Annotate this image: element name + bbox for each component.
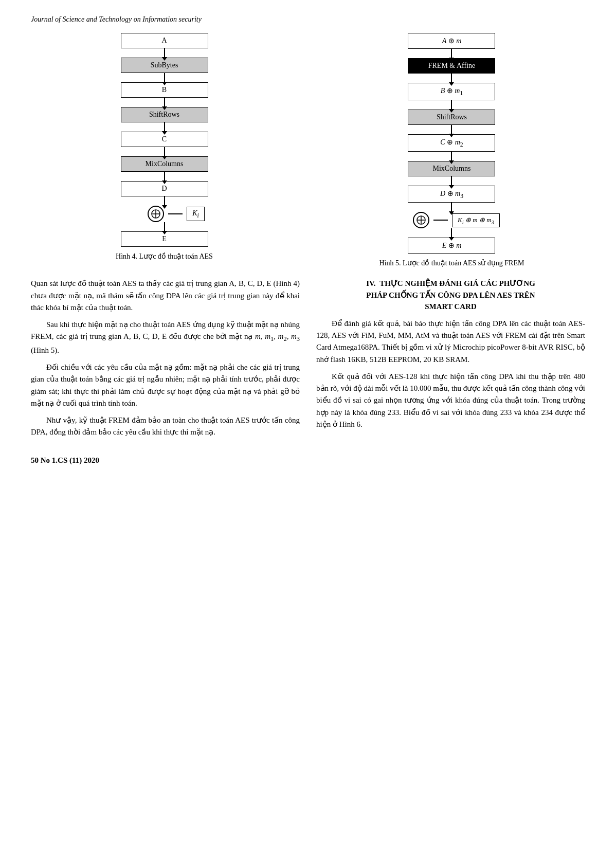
left-para1: Quan sát lược đồ thuật toán AES ta thấy … [31,278,300,314]
fc5-xor-line [433,220,448,221]
fc5-node-Aoplus: A ⊕ m [408,33,495,49]
fc4-arrow1 [164,48,165,58]
fc4-xor-symbol [148,206,164,222]
fc4-arrow5 [164,147,165,156]
fc4-arrow4 [164,122,165,132]
left-para2: Sau khi thực hiện mặt nạ cho thuật toán … [31,319,300,356]
fc4-xor-row: Ki [124,206,205,222]
section-heading: IV. Thực nghiệm đánh giá các phương pháp… [316,278,585,313]
left-para3: Đối chiều với các yêu cầu của mặt nạ gồm… [31,361,300,409]
right-para1: Để đánh giá kết quả, bài báo thực hiện t… [316,318,585,366]
fc5-arrow7 [451,203,452,212]
fc4-arrow3 [164,98,165,107]
fc4-arrow7 [164,196,165,206]
fc4-arrow2 [164,73,165,82]
fc5-arrow4 [451,125,452,134]
journal-title: Journal of Science and Technology on Inf… [31,15,585,24]
fc5-arrow1 [451,49,452,58]
left-column: Quan sát lược đồ thuật toán AES ta thấy … [31,278,300,443]
figure4-block: A SubBytes B ShiftRows C MixColumns D [31,33,298,270]
fc5-xor-symbol [413,212,429,228]
fc5-ki-label: Ki ⊕ m ⊕ m3 [452,213,500,228]
fc4-node-A: A [121,33,208,48]
left-para4: Như vậy, kỹ thuật FREM đảm bảo an toàn c… [31,414,300,439]
figure5-flowchart: A ⊕ m FREM & Affine B ⊕ m1 ShiftRows C ⊕… [404,33,500,254]
page-footer: 50 No 1.CS (11) 2020 [31,456,585,465]
fc4-arrow6 [164,172,165,181]
figure4-flowchart: A SubBytes B ShiftRows C MixColumns D [121,33,208,247]
section-heading-line3: Smart Card [425,302,476,311]
fc5-arrow6 [451,176,452,186]
fc4-xor-line [168,213,183,214]
fc4-ki-label: Ki [187,207,205,222]
section-heading-line1: IV. Thực nghiệm đánh giá các phương [366,279,535,287]
fc5-arrow5 [451,152,452,161]
fc5-arrow2 [451,74,452,83]
figure5-caption: Hình 5. Lược đồ thuật toán AES sử dụng F… [379,259,524,267]
fc5-xor-row: Ki ⊕ m ⊕ m3 [404,212,500,228]
fc4-arrow8 [164,222,165,231]
figure5-block: A ⊕ m FREM & Affine B ⊕ m1 ShiftRows C ⊕… [318,33,585,270]
figures-row: A SubBytes B ShiftRows C MixColumns D [31,33,585,270]
content-columns: Quan sát lược đồ thuật toán AES ta thấy … [31,278,585,443]
figure4-caption: Hình 4. Lược đồ thuật toán AES [116,252,213,261]
right-column: IV. Thực nghiệm đánh giá các phương pháp… [316,278,585,443]
fc5-arrow8 [451,228,452,238]
fc5-arrow3 [451,100,452,110]
section-heading-line2: pháp chống tấn công DPA lên AES trên [366,291,535,299]
right-para2: Kết quả đối với AES-128 khi thực hiện tấ… [316,371,585,430]
